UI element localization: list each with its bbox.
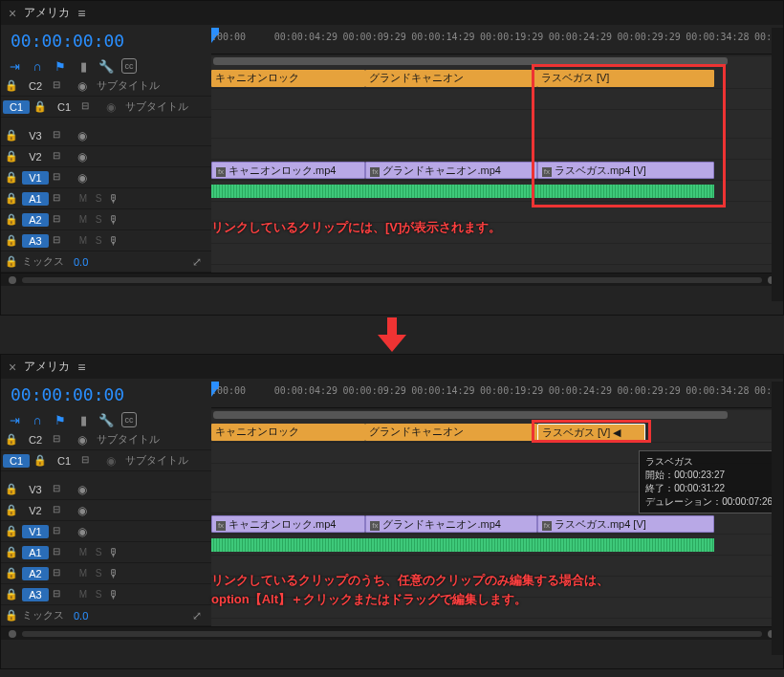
close-icon[interactable]: × xyxy=(9,360,16,375)
eye-icon[interactable]: ◉ xyxy=(77,525,93,538)
source-patch[interactable]: C1 xyxy=(3,454,30,468)
mute-button[interactable]: M xyxy=(77,568,89,579)
eye-icon[interactable]: ◉ xyxy=(77,171,93,185)
close-icon[interactable]: × xyxy=(9,6,16,21)
track-c2[interactable]: 🔒 C2 ⊟ ◉ サブタイトル xyxy=(1,429,211,450)
clip-audio[interactable]: fx xyxy=(211,183,714,200)
voice-icon[interactable]: 🎙 xyxy=(108,567,123,580)
expand-icon[interactable]: ⤢ xyxy=(192,255,207,269)
lock-icon[interactable]: 🔒 xyxy=(33,100,47,113)
track-a2[interactable]: 🔒 A2 ⊟ M S 🎙 xyxy=(1,563,211,584)
solo-button[interactable]: S xyxy=(93,568,104,579)
sequence-name[interactable]: アメリカ xyxy=(24,5,70,21)
clip-canyon-rock-caption[interactable]: キャニオンロック xyxy=(211,70,365,87)
scroll-knob-left[interactable] xyxy=(9,630,16,638)
eye-icon[interactable]: ◉ xyxy=(77,483,93,496)
linked-selection-icon[interactable]: ⚑ xyxy=(53,58,68,74)
track-label[interactable]: A1 xyxy=(22,546,49,559)
clip-las-vegas-video[interactable]: fxラスベガス.mp4 [V] xyxy=(537,515,714,533)
track-label[interactable]: C2 xyxy=(22,433,49,447)
track-v2[interactable]: 🔒 V2 ⊟ ◉ xyxy=(1,500,211,521)
clip-canyon-rock-video[interactable]: fxキャニオンロック.mp4 xyxy=(211,162,365,179)
lock-icon[interactable]: 🔒 xyxy=(5,255,18,268)
mute-button[interactable]: M xyxy=(77,547,89,557)
track-label[interactable]: V3 xyxy=(22,483,49,496)
timeline-content[interactable]: キャニオンロック グランドキャニオン ラスベガス [V] fxキャニオンロック.… xyxy=(211,56,783,273)
lock-icon[interactable]: 🔒 xyxy=(5,433,18,446)
solo-button[interactable]: S xyxy=(93,235,104,246)
track-label[interactable]: V1 xyxy=(22,171,49,185)
clip-grand-canyon-caption[interactable]: グランドキャニオン xyxy=(365,70,536,87)
sync-lock-icon[interactable]: ⊟ xyxy=(53,504,74,517)
linked-selection-icon[interactable]: ⚑ xyxy=(53,412,68,427)
zoom-bar[interactable] xyxy=(211,56,783,66)
track-label[interactable]: C1 xyxy=(51,454,77,468)
clip-las-vegas-caption[interactable]: ラスベガス [V] xyxy=(537,70,714,87)
caption-icon[interactable]: cc xyxy=(121,412,137,427)
eye-slash-icon[interactable]: ◉ xyxy=(106,454,121,468)
lock-icon[interactable]: 🔒 xyxy=(5,609,18,622)
track-label[interactable]: C1 xyxy=(51,100,77,114)
track-a3[interactable]: 🔒 A3 ⊟ M S 🎙 xyxy=(1,230,211,251)
lock-icon[interactable]: 🔒 xyxy=(5,192,18,205)
lock-icon[interactable]: 🔒 xyxy=(5,129,18,142)
scroll-knob-left[interactable] xyxy=(9,276,16,284)
voice-icon[interactable]: 🎙 xyxy=(108,588,123,601)
sync-lock-icon[interactable]: ⊟ xyxy=(53,525,74,538)
clip-canyon-rock-caption[interactable]: キャニオンロック xyxy=(211,424,365,441)
settings-icon[interactable]: 🔧 xyxy=(98,58,114,74)
sync-lock-icon[interactable]: ⊟ xyxy=(81,454,102,468)
mute-button[interactable]: M xyxy=(77,589,89,600)
sync-lock-icon[interactable]: ⊟ xyxy=(53,150,74,164)
eye-icon[interactable]: ◉ xyxy=(77,504,93,517)
track-label[interactable]: V1 xyxy=(22,525,49,538)
voice-icon[interactable]: 🎙 xyxy=(108,192,123,206)
lock-icon[interactable]: 🔒 xyxy=(5,483,18,495)
track-c2[interactable]: 🔒 C2 ⊟ ◉ サブタイトル xyxy=(1,76,211,97)
panel-menu-icon[interactable]: ≡ xyxy=(77,360,85,375)
mix-value[interactable]: 0.0 xyxy=(74,610,88,622)
track-label[interactable]: C2 xyxy=(22,79,49,93)
sync-lock-icon[interactable]: ⊟ xyxy=(53,567,74,580)
lock-icon[interactable]: 🔒 xyxy=(5,213,18,226)
track-v2[interactable]: 🔒 V2 ⊟ ◉ xyxy=(1,146,211,167)
sync-lock-icon[interactable]: ⊟ xyxy=(53,129,74,142)
mute-button[interactable]: M xyxy=(77,214,89,225)
track-label[interactable]: V2 xyxy=(22,150,49,164)
lock-icon[interactable]: 🔒 xyxy=(5,79,18,92)
sync-lock-icon[interactable]: ⊟ xyxy=(53,192,74,206)
lock-icon[interactable]: 🔒 xyxy=(5,546,18,558)
playhead-timecode[interactable]: 00:00:00:00 xyxy=(1,25,211,56)
snap-icon[interactable]: ∩ xyxy=(30,412,45,427)
lock-icon[interactable]: 🔒 xyxy=(5,525,18,537)
track-label[interactable]: A1 xyxy=(22,192,49,206)
panel-menu-icon[interactable]: ≡ xyxy=(77,6,85,21)
sync-lock-icon[interactable]: ⊟ xyxy=(81,100,102,114)
track-v3[interactable]: 🔒 V3 ⊟ ◉ xyxy=(1,125,211,146)
lock-icon[interactable]: 🔒 xyxy=(5,504,18,516)
clip-grand-canyon-caption[interactable]: グランドキャニオン xyxy=(365,424,536,441)
snap-icon[interactable]: ∩ xyxy=(30,58,45,74)
sequence-name[interactable]: アメリカ xyxy=(24,359,70,375)
clip-grand-canyon-video[interactable]: fxグランドキャニオン.mp4 xyxy=(365,515,536,533)
track-label[interactable]: V2 xyxy=(22,504,49,517)
solo-button[interactable]: S xyxy=(93,589,104,600)
clip-audio[interactable]: fx xyxy=(211,536,714,554)
track-c1[interactable]: C1 🔒 C1 ⊟ ◉ サブタイトル xyxy=(1,97,211,118)
clip-canyon-rock-video[interactable]: fxキャニオンロック.mp4 xyxy=(211,515,365,533)
eye-icon[interactable]: ◉ xyxy=(77,433,93,447)
track-label[interactable]: A3 xyxy=(22,588,49,601)
lock-icon[interactable]: 🔒 xyxy=(5,171,18,184)
h-scrollbar[interactable] xyxy=(1,626,783,640)
eye-icon[interactable]: ◉ xyxy=(77,150,93,164)
track-v1[interactable]: 🔒 V1 ⊟ ◉ xyxy=(1,521,211,542)
track-label[interactable]: A2 xyxy=(22,567,49,580)
sync-lock-icon[interactable]: ⊟ xyxy=(53,588,74,601)
track-mix[interactable]: 🔒 ミックス 0.0 ⤢ xyxy=(1,605,211,626)
source-patch[interactable]: C1 xyxy=(3,100,30,114)
lock-icon[interactable]: 🔒 xyxy=(5,588,18,601)
h-scrollbar[interactable] xyxy=(1,273,783,286)
track-a1[interactable]: 🔒 A1 ⊟ M S 🎙 xyxy=(1,542,211,563)
track-v3[interactable]: 🔒 V3 ⊟ ◉ xyxy=(1,479,211,500)
sync-lock-icon[interactable]: ⊟ xyxy=(53,546,74,559)
